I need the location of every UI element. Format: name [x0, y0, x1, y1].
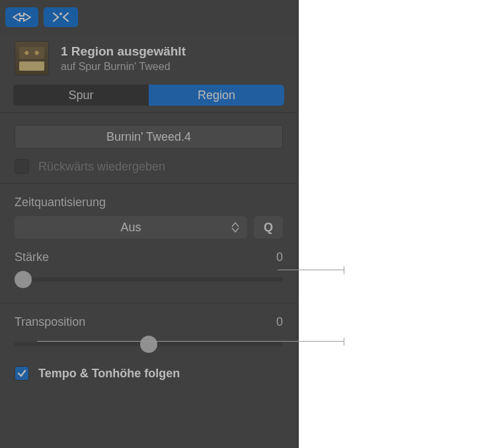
transpose-label: Transposition [15, 315, 85, 329]
top-toolbar [0, 0, 297, 34]
track-thumbnail [15, 41, 49, 75]
callout-line [37, 341, 344, 342]
selection-title: 1 Region ausgewählt [61, 44, 186, 59]
tab-region[interactable]: Region [149, 85, 284, 106]
quantize-select[interactable]: Aus [15, 216, 247, 239]
strength-value: 0 [276, 250, 283, 264]
svg-point-0 [59, 13, 62, 15]
merge-button[interactable] [44, 7, 78, 27]
reverse-checkbox[interactable] [15, 159, 29, 174]
selection-header: 1 Region ausgewählt auf Spur Burnin' Twe… [0, 34, 297, 85]
stepper-arrows-icon [229, 219, 242, 236]
link-toggle-button[interactable] [5, 7, 38, 27]
follow-label: Tempo & Tonhöhe folgen [38, 367, 180, 381]
slider-thumb[interactable] [140, 336, 157, 353]
follow-checkbox[interactable] [15, 366, 29, 381]
quantize-apply-button[interactable]: Q [254, 216, 283, 239]
merge-icon [52, 11, 70, 23]
transpose-value: 0 [276, 315, 283, 329]
callout-line [278, 270, 344, 270]
mode-segmented-control[interactable]: Spur Region [13, 85, 284, 106]
transpose-slider[interactable] [15, 336, 283, 353]
tab-spur[interactable]: Spur [13, 85, 149, 106]
quantize-value: Aus [120, 221, 141, 235]
inspector-panel: 1 Region ausgewählt auf Spur Burnin' Twe… [0, 0, 299, 448]
region-name-field[interactable]: Burnin' Tweed.4 [15, 125, 283, 149]
strength-slider[interactable] [15, 271, 283, 288]
selection-subtitle: auf Spur Burnin' Tweed [61, 61, 186, 73]
follow-row[interactable]: Tempo & Tonhöhe folgen [15, 366, 283, 381]
reverse-row[interactable]: Rückwärts wiedergeben [15, 159, 283, 174]
link-icon [12, 12, 32, 22]
slider-thumb[interactable] [15, 271, 32, 288]
slider-track [15, 278, 283, 281]
quantize-title: Zeitquantisierung [15, 196, 283, 209]
strength-label: Stärke [15, 250, 49, 264]
reverse-label: Rückwärts wiedergeben [38, 160, 165, 174]
